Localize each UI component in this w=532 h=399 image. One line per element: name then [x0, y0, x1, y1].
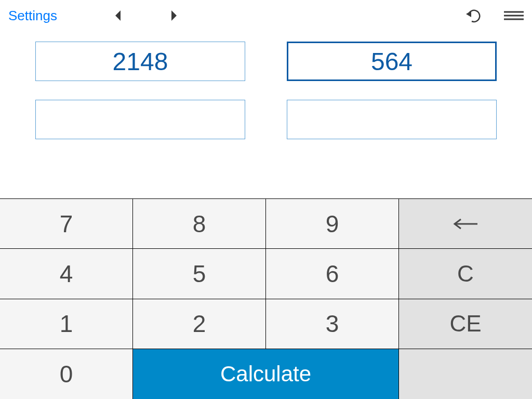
settings-link[interactable]: Settings — [8, 8, 57, 24]
spacer — [0, 139, 532, 198]
key-clear-entry[interactable]: CE — [399, 299, 532, 349]
key-blank — [399, 349, 532, 399]
menu-icon[interactable] — [504, 10, 524, 21]
value-field-3[interactable] — [35, 100, 245, 139]
key-1[interactable]: 1 — [0, 299, 133, 349]
svg-marker-0 — [115, 10, 121, 21]
key-6[interactable]: 6 — [266, 249, 399, 299]
svg-marker-2 — [466, 11, 471, 17]
key-9[interactable]: 9 — [266, 199, 399, 249]
key-3[interactable]: 3 — [266, 299, 399, 349]
nav-arrows — [114, 9, 178, 22]
left-column: 2148 — [35, 42, 245, 139]
key-7[interactable]: 7 — [0, 199, 133, 249]
key-calculate[interactable]: Calculate — [133, 349, 399, 399]
next-arrow-icon[interactable] — [169, 9, 178, 22]
value-field-4[interactable] — [287, 100, 497, 139]
key-clear[interactable]: C — [399, 249, 532, 299]
fields-area: 2148 564 — [0, 31, 532, 139]
undo-icon[interactable] — [466, 8, 483, 23]
value-field-2[interactable]: 564 — [287, 42, 497, 81]
key-backspace[interactable] — [399, 199, 532, 249]
header-bar: Settings — [0, 0, 532, 31]
svg-marker-1 — [171, 10, 177, 21]
keypad: 7 8 9 4 5 6 C 1 2 3 CE 0 Calculate — [0, 198, 532, 399]
right-column: 564 — [287, 42, 497, 139]
backspace-arrow-icon — [453, 218, 478, 230]
key-8[interactable]: 8 — [133, 199, 266, 249]
header-right — [466, 8, 524, 23]
key-0[interactable]: 0 — [0, 349, 133, 399]
key-2[interactable]: 2 — [133, 299, 266, 349]
key-5[interactable]: 5 — [133, 249, 266, 299]
value-field-1[interactable]: 2148 — [35, 42, 245, 81]
key-4[interactable]: 4 — [0, 249, 133, 299]
prev-arrow-icon[interactable] — [114, 9, 123, 22]
